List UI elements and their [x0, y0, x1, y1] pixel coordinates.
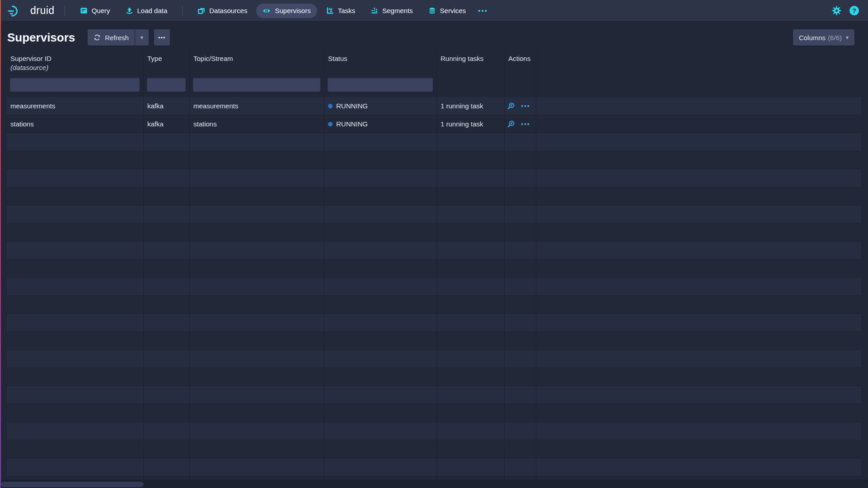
running-tasks-cell: 1 running task	[437, 115, 505, 133]
view-more-actions-button[interactable]: •••	[154, 29, 170, 46]
empty-row	[7, 350, 861, 368]
empty-row	[7, 133, 861, 151]
gear-icon	[832, 6, 841, 15]
columns-picker-button[interactable]: Columns (6/6) ▾	[793, 29, 854, 46]
services-icon	[428, 7, 436, 14]
datasources-icon	[197, 7, 205, 14]
nav-divider	[65, 6, 65, 16]
caret-down-icon: ▾	[141, 34, 143, 41]
nav-item-query[interactable]: Query	[74, 4, 117, 18]
refresh-button-group: Refresh ▾	[88, 29, 149, 46]
column-header-label: Supervisor ID	[10, 55, 143, 62]
horizontal-scrollbar-track[interactable]	[0, 480, 868, 488]
empty-row	[7, 260, 861, 278]
table-header-row: Supervisor ID (datasource) Type Topic/St…	[7, 51, 861, 74]
supervisor-id-cell: stations	[7, 115, 144, 133]
empty-row	[7, 458, 861, 476]
horizontal-scrollbar-thumb[interactable]	[1, 482, 144, 487]
page-title: Supervisors	[7, 31, 75, 45]
empty-row	[7, 314, 861, 332]
empty-row	[7, 278, 861, 296]
empty-row	[7, 151, 861, 169]
help-icon: ?	[852, 7, 856, 14]
filter-input-type[interactable]	[147, 78, 186, 92]
refresh-icon	[94, 34, 101, 41]
column-header-subtitle: (datasource)	[10, 64, 143, 71]
nav-item-label: Load data	[137, 7, 168, 14]
empty-row	[7, 242, 861, 260]
nav-item-supervisors[interactable]: Supervisors	[256, 4, 317, 18]
brand-wordmark: druid	[30, 5, 55, 17]
column-header-type[interactable]: Type	[144, 51, 190, 74]
ellipsis-icon: •••	[158, 34, 166, 41]
tasks-icon	[326, 7, 334, 14]
help-button[interactable]: ?	[849, 6, 859, 15]
nav-item-label: Datasources	[209, 7, 247, 14]
empty-row	[7, 440, 861, 458]
supervisors-table: Supervisor ID (datasource) Type Topic/St…	[7, 51, 861, 488]
search-detail-icon	[507, 102, 515, 110]
empty-row	[7, 332, 861, 350]
column-header-actions[interactable]: Actions	[505, 51, 536, 74]
status-running-dot	[328, 104, 333, 108]
type-cell: kafka	[144, 97, 190, 115]
caret-down-icon: ▾	[846, 34, 849, 41]
empty-row	[7, 386, 861, 404]
topic-stream-cell: measurements	[190, 97, 324, 115]
inspect-supervisor-button[interactable]	[507, 120, 515, 128]
refresh-button[interactable]: Refresh	[88, 29, 135, 46]
empty-row	[7, 205, 861, 223]
nav-item-datasources[interactable]: Datasources	[191, 4, 253, 18]
status-label: RUNNING	[336, 102, 368, 110]
left-edge-accent-strip	[0, 0, 1, 488]
nav-item-load-data[interactable]: Load data	[119, 4, 174, 18]
inspect-supervisor-button[interactable]	[507, 102, 515, 110]
header-filler	[536, 51, 861, 74]
columns-count: (6/6)	[828, 34, 842, 42]
columns-label: Columns	[799, 34, 826, 42]
nav-divider	[182, 6, 183, 16]
nav-more-button[interactable]: •••	[474, 4, 493, 18]
query-icon	[80, 7, 88, 14]
settings-gear-button[interactable]	[832, 6, 841, 15]
column-header-status[interactable]: Status	[324, 51, 437, 74]
druid-logo-icon	[7, 4, 26, 18]
empty-row	[7, 187, 861, 205]
column-header-topic-stream[interactable]: Topic/Stream	[190, 51, 324, 74]
filter-input-status[interactable]	[328, 78, 433, 92]
refresh-interval-dropdown-button[interactable]: ▾	[135, 29, 149, 46]
type-cell: kafka	[144, 115, 190, 133]
view-toolbar: Supervisors Refresh ▾ ••• Columns (6/6) …	[0, 22, 868, 48]
nav-item-label: Tasks	[338, 7, 355, 14]
empty-row	[7, 169, 861, 187]
topic-stream-cell: stations	[190, 115, 324, 133]
filter-input-topic-stream[interactable]	[193, 78, 320, 92]
row-more-actions-button[interactable]: •••	[521, 102, 530, 110]
load-data-icon	[126, 7, 133, 14]
segments-icon	[371, 7, 378, 14]
refresh-label: Refresh	[105, 34, 129, 42]
row-more-actions-button[interactable]: •••	[521, 121, 530, 128]
actions-cell: •••	[505, 115, 536, 133]
status-running-dot	[328, 122, 333, 126]
empty-row	[7, 296, 861, 314]
search-detail-icon	[507, 120, 515, 128]
column-header-supervisor-id[interactable]: Supervisor ID (datasource)	[7, 51, 144, 74]
nav-item-services[interactable]: Services	[422, 4, 473, 18]
nav-item-label: Query	[92, 7, 110, 14]
status-label: RUNNING	[336, 120, 368, 128]
table-row: measurements kafka measurements RUNNING …	[7, 97, 861, 115]
empty-row	[7, 404, 861, 422]
empty-row	[7, 368, 861, 386]
nav-item-label: Services	[440, 7, 466, 14]
nav-item-tasks[interactable]: Tasks	[320, 4, 361, 18]
column-header-running-tasks[interactable]: Running tasks	[437, 51, 505, 74]
status-cell: RUNNING	[324, 115, 437, 133]
supervisor-id-cell: measurements	[7, 97, 144, 115]
nav-item-label: Supervisors	[275, 7, 310, 14]
running-tasks-cell: 1 running task	[437, 97, 505, 115]
nav-item-segments[interactable]: Segments	[364, 4, 419, 18]
filter-input-supervisor-id[interactable]	[10, 78, 140, 92]
supervisors-icon	[263, 7, 271, 15]
druid-logo[interactable]: druid	[7, 4, 55, 18]
